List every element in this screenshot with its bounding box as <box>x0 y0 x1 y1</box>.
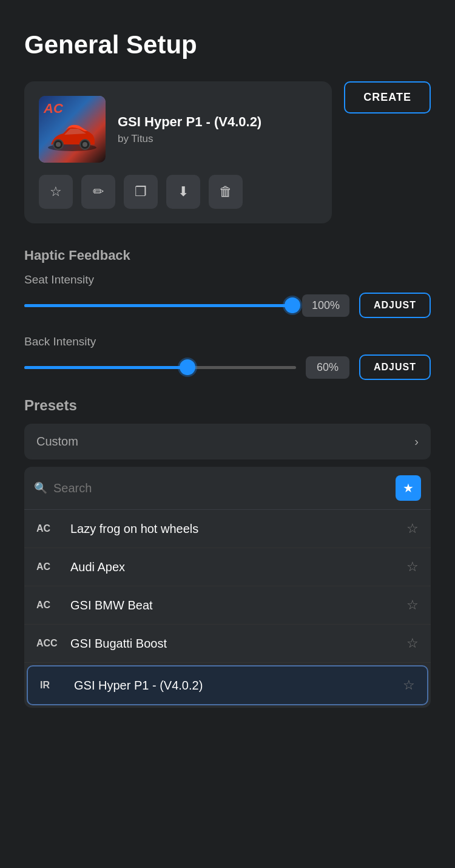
list-item[interactable]: AC Lazy frog on hot wheels ☆ <box>24 510 431 548</box>
favorite-icon[interactable]: ☆ <box>406 521 419 537</box>
list-item[interactable]: ACC GSI Bugatti Boost ☆ <box>24 625 431 663</box>
presets-title: Presets <box>24 397 431 414</box>
chevron-right-icon: › <box>414 435 419 449</box>
edit-button[interactable]: ✏ <box>81 175 115 209</box>
search-row: 🔍 ★ <box>24 467 431 510</box>
list-item-active[interactable]: IR GSI Hyper P1 - (V4.0.2) ☆ <box>27 665 428 705</box>
preset-tag: ACC <box>36 638 63 649</box>
preset-tag: IR <box>40 680 67 691</box>
back-adjust-button[interactable]: ADJUST <box>359 354 431 380</box>
favorite-icon[interactable]: ☆ <box>406 636 419 651</box>
copy-button[interactable]: ❐ <box>124 175 158 209</box>
setup-card: AC GSI Hyper P1 - (V4.0.2) by Titus ☆ <box>24 81 332 223</box>
preset-tag: AC <box>36 561 63 572</box>
page-title: General Setup <box>24 30 431 59</box>
create-button[interactable]: CREATE <box>344 81 431 114</box>
preset-name: Lazy frog on hot wheels <box>70 522 399 536</box>
seat-slider[interactable] <box>24 298 292 313</box>
favorite-icon[interactable]: ☆ <box>403 677 415 693</box>
seat-slider-row: 100% ADJUST <box>24 293 431 318</box>
favorites-filter-button[interactable]: ★ <box>396 475 421 501</box>
preset-name: GSI Hyper P1 - (V4.0.2) <box>74 679 396 693</box>
search-input[interactable] <box>53 481 389 495</box>
game-thumbnail: AC <box>39 96 106 163</box>
svg-point-4 <box>56 142 61 147</box>
preset-name: GSI Bugatti Boost <box>70 637 399 651</box>
list-item[interactable]: AC Audi Apex ☆ <box>24 548 431 586</box>
seat-value: 100% <box>302 294 349 317</box>
preset-tag: AC <box>36 523 63 534</box>
seat-label: Seat Intensity <box>24 273 431 287</box>
preset-dropdown-label: Custom <box>36 435 78 449</box>
haptic-section: Haptic Feedback Seat Intensity 100% ADJU… <box>24 248 431 380</box>
seat-adjust-button[interactable]: ADJUST <box>359 293 431 318</box>
star-button[interactable]: ☆ <box>39 175 73 209</box>
preset-tag: AC <box>36 600 63 611</box>
svg-point-6 <box>83 142 87 147</box>
card-title: GSI Hyper P1 - (V4.0.2) <box>118 114 317 131</box>
svg-text:AC: AC <box>43 101 64 116</box>
download-button[interactable]: ⬇ <box>166 175 200 209</box>
back-slider-row: 60% ADJUST <box>24 354 431 380</box>
back-value: 60% <box>306 356 349 379</box>
favorite-icon[interactable]: ☆ <box>406 597 419 613</box>
back-slider[interactable] <box>24 360 296 375</box>
preset-dropdown[interactable]: Custom › <box>24 424 431 459</box>
back-label: Back Intensity <box>24 335 431 348</box>
preset-list: 🔍 ★ AC Lazy frog on hot wheels ☆ AC Audi… <box>24 467 431 708</box>
haptic-title: Haptic Feedback <box>24 248 431 263</box>
card-info: GSI Hyper P1 - (V4.0.2) by Titus <box>118 114 317 146</box>
preset-name: GSI BMW Beat <box>70 598 399 612</box>
presets-section: Presets Custom › 🔍 ★ AC Lazy frog on hot… <box>24 397 431 708</box>
search-icon: 🔍 <box>34 481 47 495</box>
preset-name: Audi Apex <box>70 560 399 574</box>
favorite-icon[interactable]: ☆ <box>406 559 419 575</box>
delete-button[interactable]: 🗑 <box>209 175 243 209</box>
card-author: by Titus <box>118 133 317 145</box>
card-actions: ☆ ✏ ❐ ⬇ 🗑 <box>39 175 317 209</box>
list-item[interactable]: AC GSI BMW Beat ☆ <box>24 586 431 625</box>
